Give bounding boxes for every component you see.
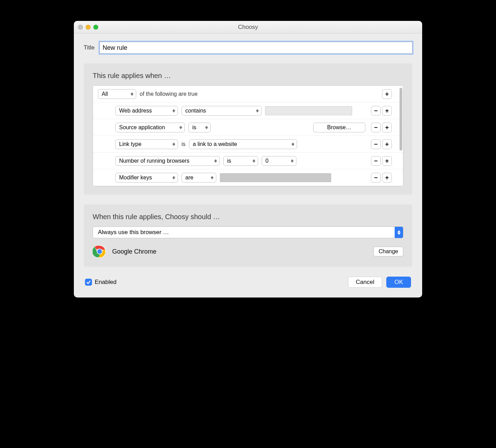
condition-row: Modifier keys are: [93, 169, 403, 186]
condition-value-select[interactable]: a link to a website: [189, 139, 297, 149]
browse-app-button[interactable]: Browse…: [313, 123, 365, 132]
remove-condition-button[interactable]: −: [371, 156, 381, 166]
scrollbar[interactable]: [400, 88, 402, 150]
remove-condition-button[interactable]: −: [371, 106, 381, 116]
chevron-updown-icon: [179, 126, 183, 129]
enabled-checkbox[interactable]: [85, 279, 92, 286]
add-condition-button[interactable]: +: [382, 89, 392, 99]
condition-row: Link type is a link to a website: [93, 136, 403, 153]
add-condition-button[interactable]: +: [382, 106, 392, 116]
chevron-updown-icon: [252, 159, 256, 163]
title-label: Title: [84, 44, 95, 51]
browser-row: Google Chrome Change: [93, 245, 403, 258]
action-heading: When this rule applies, Choosy should …: [93, 213, 403, 221]
action-select[interactable]: Always use this browser …: [93, 226, 403, 238]
condition-operator-select[interactable]: is: [223, 156, 258, 166]
quantifier-value: All: [102, 91, 108, 97]
check-icon: [86, 280, 91, 285]
add-condition-button[interactable]: +: [382, 139, 392, 149]
condition-operator-select[interactable]: is: [188, 123, 211, 132]
remove-condition-button[interactable]: −: [371, 173, 381, 183]
quantifier-suffix: of the following are true: [140, 91, 197, 97]
add-condition-button[interactable]: +: [382, 156, 392, 166]
chevron-updown-icon: [290, 159, 294, 163]
footer: Enabled Cancel OK: [84, 277, 412, 288]
change-browser-button[interactable]: Change: [373, 247, 403, 256]
condition-group-header: All of the following are true +: [93, 86, 403, 102]
remove-condition-button[interactable]: −: [371, 123, 381, 132]
condition-row: Source application is: [93, 119, 403, 136]
conditions-list: All of the following are true +: [93, 85, 403, 186]
conditions-heading: This rule applies when …: [93, 72, 403, 80]
condition-row: Web address contains: [93, 102, 403, 119]
operator-static-label: is: [181, 141, 186, 147]
title-input[interactable]: [100, 42, 413, 54]
condition-field-select[interactable]: Link type: [115, 139, 178, 149]
conditions-panel: This rule applies when … All of the foll…: [84, 63, 412, 195]
chevron-updown-icon: [130, 92, 134, 96]
condition-row: Number of running browsers is: [93, 153, 403, 169]
add-condition-button[interactable]: +: [382, 173, 392, 183]
condition-number-select[interactable]: 0: [262, 156, 296, 166]
condition-field-select[interactable]: Modifier keys: [115, 173, 178, 183]
cancel-button[interactable]: Cancel: [348, 277, 382, 288]
condition-field-select[interactable]: Web address: [115, 106, 178, 116]
add-condition-button[interactable]: +: [382, 123, 392, 132]
chevron-updown-icon: [172, 109, 176, 113]
ok-button[interactable]: OK: [386, 277, 411, 288]
chevron-updown-icon: [172, 142, 176, 146]
chevron-updown-icon: [395, 227, 403, 238]
titlebar: Choosy: [74, 21, 422, 33]
condition-value-input[interactable]: [265, 106, 352, 115]
window-title: Choosy: [74, 24, 422, 31]
modifier-keys-display[interactable]: [220, 173, 331, 182]
title-row: Title: [84, 42, 412, 54]
chevron-updown-icon: [205, 126, 208, 129]
remove-condition-button[interactable]: −: [371, 139, 381, 149]
dialog-window: Choosy Title This rule applies when … Al…: [74, 21, 422, 298]
condition-field-select[interactable]: Number of running browsers: [115, 156, 220, 166]
browser-name: Google Chrome: [112, 248, 156, 255]
action-panel: When this rule applies, Choosy should … …: [84, 204, 412, 267]
condition-field-select[interactable]: Source application: [115, 123, 185, 132]
dialog-content: Title This rule applies when … All of th…: [74, 33, 422, 298]
condition-operator-select[interactable]: are: [181, 173, 216, 183]
quantifier-select[interactable]: All: [98, 89, 136, 99]
enabled-label: Enabled: [95, 279, 116, 286]
chevron-updown-icon: [210, 176, 214, 179]
chevron-updown-icon: [214, 159, 217, 163]
chevron-updown-icon: [256, 109, 259, 113]
action-select-value: Always use this browser …: [93, 229, 174, 236]
chevron-updown-icon: [291, 142, 295, 146]
condition-operator-select[interactable]: contains: [181, 106, 262, 116]
chrome-icon: [93, 245, 107, 258]
chevron-updown-icon: [172, 176, 176, 179]
